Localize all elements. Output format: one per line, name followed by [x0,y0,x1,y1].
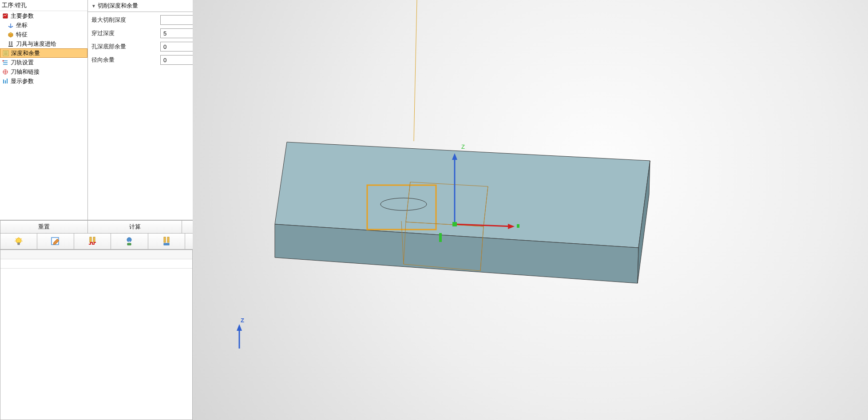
lightbulb-button[interactable] [0,234,37,249]
viewport-canvas: Z Z [193,0,868,420]
message-line [0,259,192,269]
transfer-icon [124,236,135,247]
tree-item-depth[interactable]: 深度和余量 [0,48,87,58]
param-label: 孔深底部余量 [91,43,160,51]
transfer-button[interactable] [111,234,148,249]
svg-rect-2 [8,46,13,47]
svg-rect-0 [9,41,10,45]
feature-icon [7,31,14,38]
message-line [0,250,192,259]
display-icon [2,78,9,85]
tree-item-toolpath[interactable]: 刀轨设置 [0,58,87,67]
message-area [0,250,193,420]
tree-item-feature[interactable]: 特征 [0,30,87,39]
param-label: 穿过深度 [91,29,160,37]
tree-item-label: 刀轨设置 [11,59,34,67]
axis-indicator: Z [237,317,244,349]
edit-button[interactable] [37,234,74,249]
svg-rect-12 [90,237,91,242]
tree-item-main-params[interactable]: 主要参数 [0,11,87,20]
tree-item-tool[interactable]: 刀具与速度进给 [0,39,87,48]
toolpath-icon [87,236,98,247]
tree-item-label: 刀轴和链接 [11,68,40,76]
tree-item-label: 显示参数 [11,77,34,85]
reset-button[interactable]: 重置 [0,220,88,234]
lightbulb-icon [13,236,24,247]
tree-item-coord[interactable]: 坐标 [0,20,87,30]
svg-rect-24 [452,222,457,226]
edit-icon [50,236,61,247]
svg-text:Z: Z [241,317,244,324]
main-params-icon [2,12,9,20]
tool-icon [7,40,14,48]
calculate-button[interactable]: 计算 [88,220,182,234]
toolpath-button[interactable] [74,234,111,249]
tools-icon [161,236,172,247]
svg-rect-7 [5,80,6,83]
tree-item-label: 特征 [16,31,28,39]
svg-rect-25 [439,233,442,242]
svg-text:Z: Z [461,143,465,150]
tree-header: 工序:镗孔 [0,0,87,11]
tool-axis-line [414,0,417,141]
tree-item-axis[interactable]: 刀轴和链接 [0,67,87,76]
workpiece-block [275,142,650,283]
svg-rect-17 [164,243,169,245]
viewport-3d[interactable]: Z Z [193,0,868,420]
coord-icon [7,22,14,29]
tree-item-display[interactable]: 显示参数 [0,76,87,86]
svg-rect-6 [3,79,4,83]
collapse-arrow-icon: ▼ [91,4,96,8]
axis-icon [2,68,9,75]
svg-rect-10 [18,243,20,245]
param-label: 最大切削深度 [91,16,160,24]
svg-point-4 [3,60,4,61]
param-label: 径向余量 [91,56,160,64]
svg-rect-16 [167,237,169,242]
svg-point-9 [16,238,21,243]
tree-item-label: 主要参数 [11,12,34,20]
operation-tree: 工序:镗孔 主要参数坐标特征刀具与速度进给深度和余量刀轨设置刀轴和链接显示参数 [0,0,88,220]
svg-rect-1 [11,41,12,45]
tools-button[interactable] [148,234,185,249]
tree-item-label: 坐标 [16,21,28,29]
tree-item-label: 深度和余量 [11,49,40,57]
toolpath-icon [2,59,9,66]
depth-icon [2,50,9,57]
tree-item-label: 刀具与速度进给 [16,40,56,48]
tree-items-container: 主要参数坐标特征刀具与速度进给深度和余量刀轨设置刀轴和链接显示参数 [0,11,87,220]
svg-rect-8 [7,79,8,83]
panel-title: 切削深度和余量 [98,2,138,10]
svg-rect-13 [93,237,95,242]
svg-rect-15 [164,237,166,242]
svg-rect-27 [517,224,519,228]
